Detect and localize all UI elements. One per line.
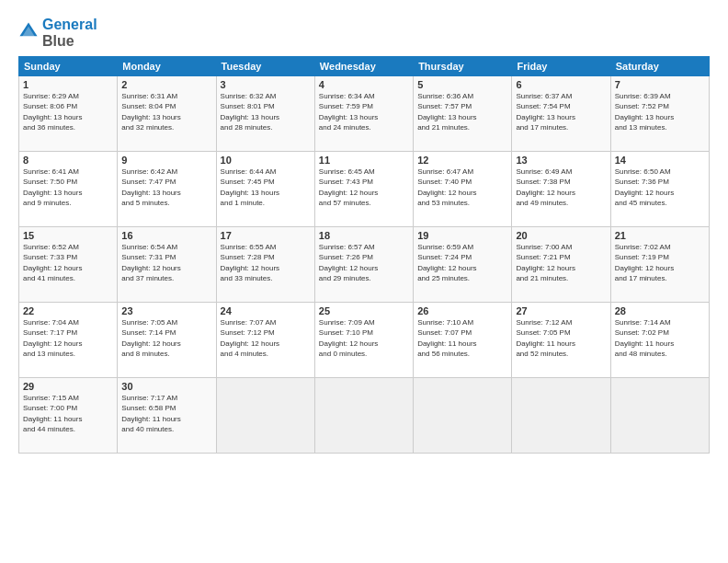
day-info: Sunrise: 6:29 AM Sunset: 8:06 PM Dayligh… — [23, 91, 113, 132]
calendar-cell: 5Sunrise: 6:36 AM Sunset: 7:57 PM Daylig… — [414, 76, 512, 152]
day-info: Sunrise: 7:15 AM Sunset: 7:00 PM Dayligh… — [23, 393, 113, 434]
calendar-cell: 12Sunrise: 6:47 AM Sunset: 7:40 PM Dayli… — [414, 152, 512, 227]
day-info: Sunrise: 6:41 AM Sunset: 7:50 PM Dayligh… — [23, 167, 113, 208]
day-info: Sunrise: 6:55 AM Sunset: 7:28 PM Dayligh… — [221, 242, 311, 283]
calendar-cell: 25Sunrise: 7:09 AM Sunset: 7:10 PM Dayli… — [314, 303, 413, 378]
day-number: 22 — [23, 305, 113, 316]
day-number: 24 — [221, 305, 311, 316]
day-number: 30 — [121, 381, 211, 392]
calendar-cell: 27Sunrise: 7:12 AM Sunset: 7:05 PM Dayli… — [512, 303, 610, 378]
calendar-cell: 2Sunrise: 6:31 AM Sunset: 8:04 PM Daylig… — [118, 76, 216, 152]
day-number: 8 — [23, 155, 113, 166]
day-info: Sunrise: 7:17 AM Sunset: 6:58 PM Dayligh… — [121, 393, 211, 434]
calendar-cell: 20Sunrise: 7:00 AM Sunset: 7:21 PM Dayli… — [512, 227, 610, 303]
day-info: Sunrise: 6:42 AM Sunset: 7:47 PM Dayligh… — [121, 167, 211, 208]
day-info: Sunrise: 6:39 AM Sunset: 7:52 PM Dayligh… — [615, 91, 705, 132]
calendar-cell: 24Sunrise: 7:07 AM Sunset: 7:12 PM Dayli… — [216, 303, 314, 378]
calendar-cell — [414, 378, 512, 454]
col-header-saturday: Saturday — [610, 57, 709, 76]
day-info: Sunrise: 6:47 AM Sunset: 7:40 PM Dayligh… — [417, 167, 507, 208]
calendar-cell: 30Sunrise: 7:17 AM Sunset: 6:58 PM Dayli… — [118, 378, 216, 454]
calendar-cell: 7Sunrise: 6:39 AM Sunset: 7:52 PM Daylig… — [610, 76, 709, 152]
calendar-cell: 26Sunrise: 7:10 AM Sunset: 7:07 PM Dayli… — [414, 303, 512, 378]
day-info: Sunrise: 7:00 AM Sunset: 7:21 PM Dayligh… — [516, 242, 606, 283]
day-info: Sunrise: 6:50 AM Sunset: 7:36 PM Dayligh… — [615, 167, 705, 208]
day-info: Sunrise: 6:57 AM Sunset: 7:26 PM Dayligh… — [319, 242, 409, 283]
day-number: 2 — [121, 79, 211, 90]
calendar-cell — [512, 378, 610, 454]
day-info: Sunrise: 6:37 AM Sunset: 7:54 PM Dayligh… — [516, 91, 606, 132]
day-number: 26 — [417, 305, 507, 316]
col-header-friday: Friday — [512, 57, 610, 76]
calendar-cell: 9Sunrise: 6:42 AM Sunset: 7:47 PM Daylig… — [118, 152, 216, 227]
calendar-cell — [216, 378, 314, 454]
day-info: Sunrise: 6:34 AM Sunset: 7:59 PM Dayligh… — [319, 91, 409, 132]
day-info: Sunrise: 7:10 AM Sunset: 7:07 PM Dayligh… — [417, 317, 507, 359]
calendar-cell: 21Sunrise: 7:02 AM Sunset: 7:19 PM Dayli… — [610, 227, 709, 303]
calendar-table: SundayMondayTuesdayWednesdayThursdayFrid… — [18, 56, 710, 454]
day-number: 12 — [417, 155, 507, 166]
calendar-cell: 17Sunrise: 6:55 AM Sunset: 7:28 PM Dayli… — [216, 227, 314, 303]
day-number: 16 — [121, 230, 211, 241]
calendar-cell: 14Sunrise: 6:50 AM Sunset: 7:36 PM Dayli… — [610, 152, 709, 227]
day-number: 20 — [516, 230, 606, 241]
calendar-cell: 23Sunrise: 7:05 AM Sunset: 7:14 PM Dayli… — [118, 303, 216, 378]
calendar-cell: 22Sunrise: 7:04 AM Sunset: 7:17 PM Dayli… — [19, 303, 118, 378]
day-number: 18 — [319, 230, 409, 241]
logo-text: GeneralBlue — [42, 17, 97, 49]
day-number: 4 — [319, 79, 409, 90]
day-number: 11 — [319, 155, 409, 166]
day-number: 14 — [615, 155, 705, 166]
day-number: 21 — [615, 230, 705, 241]
day-number: 1 — [23, 79, 113, 90]
day-info: Sunrise: 7:05 AM Sunset: 7:14 PM Dayligh… — [121, 317, 211, 359]
calendar-cell: 29Sunrise: 7:15 AM Sunset: 7:00 PM Dayli… — [19, 378, 118, 454]
calendar-cell — [610, 378, 709, 454]
day-number: 3 — [221, 79, 311, 90]
day-info: Sunrise: 6:59 AM Sunset: 7:24 PM Dayligh… — [417, 242, 507, 283]
day-number: 13 — [516, 155, 606, 166]
day-info: Sunrise: 7:14 AM Sunset: 7:02 PM Dayligh… — [615, 317, 705, 359]
day-info: Sunrise: 6:44 AM Sunset: 7:45 PM Dayligh… — [221, 167, 311, 208]
calendar-cell: 28Sunrise: 7:14 AM Sunset: 7:02 PM Dayli… — [610, 303, 709, 378]
calendar-cell — [314, 378, 413, 454]
col-header-monday: Monday — [118, 57, 216, 76]
calendar-cell: 1Sunrise: 6:29 AM Sunset: 8:06 PM Daylig… — [19, 76, 118, 152]
day-number: 17 — [221, 230, 311, 241]
day-number: 27 — [516, 305, 606, 316]
calendar-cell: 18Sunrise: 6:57 AM Sunset: 7:26 PM Dayli… — [314, 227, 413, 303]
calendar-cell: 13Sunrise: 6:49 AM Sunset: 7:38 PM Dayli… — [512, 152, 610, 227]
day-number: 25 — [319, 305, 409, 316]
day-number: 23 — [121, 305, 211, 316]
calendar-cell: 16Sunrise: 6:54 AM Sunset: 7:31 PM Dayli… — [118, 227, 216, 303]
day-info: Sunrise: 7:09 AM Sunset: 7:10 PM Dayligh… — [319, 317, 409, 359]
day-info: Sunrise: 7:12 AM Sunset: 7:05 PM Dayligh… — [516, 317, 606, 359]
day-info: Sunrise: 6:52 AM Sunset: 7:33 PM Dayligh… — [23, 242, 113, 283]
calendar-cell: 6Sunrise: 6:37 AM Sunset: 7:54 PM Daylig… — [512, 76, 610, 152]
day-number: 29 — [23, 381, 113, 392]
day-info: Sunrise: 6:31 AM Sunset: 8:04 PM Dayligh… — [121, 91, 211, 132]
calendar-cell: 4Sunrise: 6:34 AM Sunset: 7:59 PM Daylig… — [314, 76, 413, 152]
day-number: 9 — [121, 155, 211, 166]
day-info: Sunrise: 6:54 AM Sunset: 7:31 PM Dayligh… — [121, 242, 211, 283]
day-info: Sunrise: 6:49 AM Sunset: 7:38 PM Dayligh… — [516, 167, 606, 208]
day-number: 10 — [221, 155, 311, 166]
day-info: Sunrise: 6:45 AM Sunset: 7:43 PM Dayligh… — [319, 167, 409, 208]
calendar-cell: 8Sunrise: 6:41 AM Sunset: 7:50 PM Daylig… — [19, 152, 118, 227]
calendar-cell: 19Sunrise: 6:59 AM Sunset: 7:24 PM Dayli… — [414, 227, 512, 303]
day-info: Sunrise: 7:04 AM Sunset: 7:17 PM Dayligh… — [23, 317, 113, 359]
day-number: 28 — [615, 305, 705, 316]
calendar-cell: 10Sunrise: 6:44 AM Sunset: 7:45 PM Dayli… — [216, 152, 314, 227]
day-number: 19 — [417, 230, 507, 241]
day-info: Sunrise: 7:07 AM Sunset: 7:12 PM Dayligh… — [221, 317, 311, 359]
day-number: 7 — [615, 79, 705, 90]
calendar-cell: 15Sunrise: 6:52 AM Sunset: 7:33 PM Dayli… — [19, 227, 118, 303]
day-info: Sunrise: 6:36 AM Sunset: 7:57 PM Dayligh… — [417, 91, 507, 132]
col-header-tuesday: Tuesday — [216, 57, 314, 76]
day-info: Sunrise: 7:02 AM Sunset: 7:19 PM Dayligh… — [615, 242, 705, 283]
calendar-cell: 11Sunrise: 6:45 AM Sunset: 7:43 PM Dayli… — [314, 152, 413, 227]
day-number: 5 — [417, 79, 507, 90]
calendar-cell: 3Sunrise: 6:32 AM Sunset: 8:01 PM Daylig… — [216, 76, 314, 152]
col-header-wednesday: Wednesday — [314, 57, 413, 76]
col-header-thursday: Thursday — [414, 57, 512, 76]
